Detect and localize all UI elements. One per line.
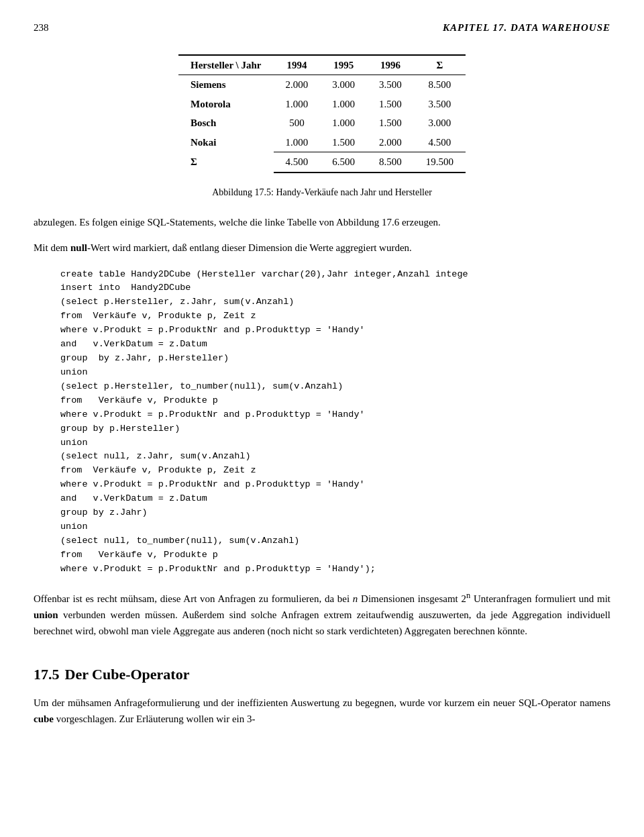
code-line: union (60, 366, 610, 380)
chapter-title: KAPITEL 17. DATA WAREHOUSE (443, 20, 610, 36)
row-header-cell: Siemens (178, 75, 274, 95)
bold-cube: cube (34, 713, 54, 724)
data-cell: 3.500 (414, 95, 466, 114)
data-cell: 1.000 (320, 113, 367, 133)
final-paragraph: Um der mühsamen Anfrageformulierung und … (34, 695, 610, 727)
code-line: (select null, z.Jahr, sum(v.Anzahl) (60, 450, 610, 464)
section-heading: 17.5Der Cube-Operator (34, 663, 610, 685)
data-cell: 4.500 (274, 152, 321, 173)
code-line: where v.Produkt = p.ProduktNr and p.Prod… (60, 408, 610, 422)
data-cell: 8.500 (367, 152, 414, 173)
figure-caption: Abbildung 17.5: Handy-Verkäufe nach Jahr… (34, 185, 610, 199)
section-title: Der Cube-Operator (65, 666, 190, 683)
col-header-1994: 1994 (274, 55, 321, 75)
italic-n: n (353, 593, 358, 604)
data-cell: 2.000 (367, 133, 414, 152)
col-header-1996: 1996 (367, 55, 414, 75)
code-line: from Verkäufe v, Produkte p (60, 394, 610, 408)
sales-table: Hersteller \ Jahr 1994 1995 1996 Σ Sieme… (178, 54, 466, 173)
table-row: Σ4.5006.5008.50019.500 (178, 152, 466, 173)
code-line: group by z.Jahr) (60, 506, 610, 520)
table-wrapper: Hersteller \ Jahr 1994 1995 1996 Σ Sieme… (34, 54, 610, 173)
row-header-cell: Σ (178, 152, 274, 173)
table-row: Motorola1.0001.0001.5003.500 (178, 95, 466, 114)
paragraph-after-code: Offenbar ist es recht mühsam, diese Art … (34, 589, 610, 639)
code-line: from Verkäufe v, Produkte p, Zeit z (60, 464, 610, 478)
code-line: group by z.Jahr, p.Hersteller) (60, 352, 610, 366)
data-cell: 1.500 (367, 95, 414, 114)
code-line: and v.VerkDatum = z.Datum (60, 338, 610, 352)
data-cell: 2.000 (274, 75, 321, 95)
col-header-sum: Σ (414, 55, 466, 75)
data-cell: 3.000 (320, 75, 367, 95)
code-line: insert into Handy2DCube (60, 281, 610, 295)
code-line: from Verkäufe v, Produkte p, Zeit z (60, 309, 610, 324)
code-line: where v.Produkt = p.ProduktNr and p.Prod… (60, 562, 610, 577)
data-cell: 6.500 (320, 152, 367, 173)
table-row: Bosch5001.0001.5003.000 (178, 113, 466, 133)
row-header-cell: Nokai (178, 133, 274, 152)
code-line: create table Handy2DCube (Hersteller var… (60, 268, 610, 282)
data-cell: 19.500 (414, 152, 466, 173)
data-cell: 1.500 (367, 113, 414, 133)
code-line: and v.VerkDatum = z.Datum (60, 492, 610, 506)
section-number: 17.5 (34, 666, 60, 683)
code-block: create table Handy2DCube (Hersteller var… (60, 268, 610, 577)
data-cell: 4.500 (414, 133, 466, 152)
page-number: 238 (34, 20, 49, 36)
table-header-row: Hersteller \ Jahr 1994 1995 1996 Σ (178, 55, 466, 75)
code-line: union (60, 436, 610, 450)
data-cell: 3.000 (414, 113, 466, 133)
code-line: where v.Produkt = p.ProduktNr and p.Prod… (60, 478, 610, 492)
bold-union: union (34, 609, 58, 620)
data-cell: 3.500 (367, 75, 414, 95)
code-line: union (60, 520, 610, 534)
table-row: Siemens2.0003.0003.5008.500 (178, 75, 466, 95)
data-cell: 8.500 (414, 75, 466, 95)
row-header-cell: Motorola (178, 95, 274, 114)
table-row: Nokai1.0001.5002.0004.500 (178, 133, 466, 152)
para2-before: Mit dem (34, 242, 70, 253)
col-header-1995: 1995 (320, 55, 367, 75)
page-header: 238 KAPITEL 17. DATA WAREHOUSE (34, 20, 610, 36)
data-cell: 1.000 (320, 95, 367, 114)
row-header-cell: Bosch (178, 113, 274, 133)
superscript-n: n (466, 591, 470, 600)
code-line: group by p.Hersteller) (60, 422, 610, 436)
paragraph-1: abzulegen. Es folgen einige SQL-Statemen… (34, 214, 610, 230)
paragraph-2: Mit dem null-Wert wird markiert, daß ent… (34, 240, 610, 256)
data-cell: 1.500 (320, 133, 367, 152)
code-line: (select p.Hersteller, z.Jahr, sum(v.Anza… (60, 295, 610, 309)
para2-bold: null (70, 242, 87, 253)
data-cell: 1.000 (274, 133, 321, 152)
code-line: (select null, to_number(null), sum(v.Anz… (60, 534, 610, 548)
data-cell: 500 (274, 113, 321, 133)
code-line: (select p.Hersteller, to_number(null), s… (60, 380, 610, 394)
data-cell: 1.000 (274, 95, 321, 114)
col-header-manufacturer: Hersteller \ Jahr (178, 55, 274, 75)
code-line: where v.Produkt = p.ProduktNr and p.Prod… (60, 324, 610, 338)
code-line: from Verkäufe v, Produkte p (60, 548, 610, 562)
para2-after: -Wert wird markiert, daß entlang dieser … (87, 242, 412, 253)
